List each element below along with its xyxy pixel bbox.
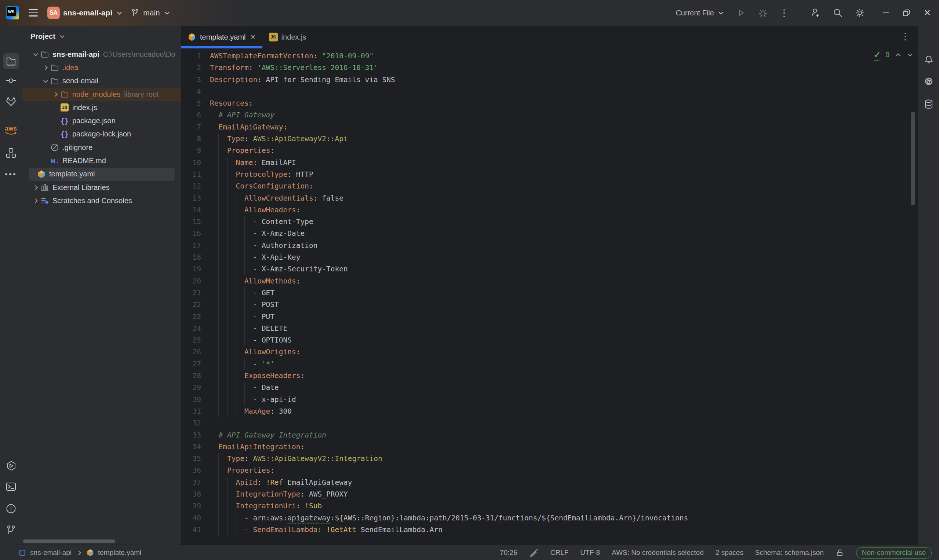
code-line[interactable]: - '*' [210,358,274,370]
chevron-right-icon[interactable] [32,197,39,204]
tree-item-gitignore[interactable]: .gitignore [22,141,181,154]
file-encoding[interactable]: UTF-8 [580,549,600,557]
branch-widget[interactable]: main [130,8,171,18]
code-line[interactable]: IntegrationType: AWS_PROXY [210,488,348,500]
code-line[interactable]: - PUT [210,311,274,323]
code-line[interactable]: EmailApiIntegration: [210,441,305,453]
code-line[interactable]: Name: EmailAPI [210,157,296,169]
horizontal-scrollbar[interactable] [23,540,115,543]
indent-setting[interactable]: 2 spaces [715,549,743,557]
commit-tool-button[interactable] [5,75,17,86]
tree-item-node-modules[interactable]: node_moduleslibrary root [22,88,181,101]
code-line[interactable]: Resources: [210,98,253,109]
code-line[interactable]: IntegrationUri: !Sub [210,500,322,512]
project-panel-header[interactable]: Project [22,26,181,47]
tree-item-sns-email-api[interactable]: sns-email-apiC:\Users\mucadoo\Do [22,48,181,61]
vertical-scrollbar[interactable] [911,112,915,205]
chevron-right-icon[interactable] [42,64,49,71]
code-line[interactable]: CorsConfiguration: [210,180,313,192]
code-line[interactable]: MaxAge: 300 [210,406,292,417]
code-line[interactable]: - SendEmailLambda: !GetAtt SendEmailLamb… [210,524,443,536]
code-line[interactable]: ApiId: !Ref EmailApiGateway [210,477,352,488]
line-separator[interactable]: CRLF [550,549,569,557]
code-line[interactable]: EmailApiGateway: [210,122,287,133]
chevron-right-icon[interactable] [52,91,59,98]
tree-item-send-email[interactable]: send-email [22,74,181,88]
code-line[interactable]: - Content-Type [210,216,313,228]
close-icon[interactable]: ✕ [250,33,256,41]
tree-item-package-json[interactable]: {}package.json [22,114,181,127]
lock-icon[interactable] [836,548,844,557]
tree-item-package-lock-json[interactable]: {}package-lock.json [22,128,181,141]
hamburger-menu-icon[interactable] [26,7,40,19]
caret-position[interactable]: 70:26 [500,549,517,557]
code-line[interactable]: AllowOrigins: [210,346,301,358]
debug-button[interactable] [757,7,768,18]
tree-item-index-js[interactable]: JSindex.js [22,101,181,114]
code-line[interactable]: - X-Api-Key [210,252,301,263]
code-line[interactable]: - x-api-id [210,394,296,406]
restore-button[interactable] [902,8,911,18]
code-line[interactable]: AWSTemplateFormatVersion: "2010-09-09" [210,50,373,62]
structure-tool-button[interactable] [5,147,17,159]
code-line[interactable]: Properties: [210,145,274,157]
aws-credentials[interactable]: AWS: No credentials selected [612,549,704,557]
code-line[interactable]: AllowHeaders: [210,204,301,216]
code-line[interactable]: - POST [210,299,279,311]
code-line[interactable]: AllowMethods: [210,275,301,287]
terminal-tool-button[interactable] [5,481,17,492]
code-line[interactable]: Transform: 'AWS::Serverless-2016-10-31' [210,62,378,74]
code-line[interactable]: AllowCredentials: false [210,192,344,204]
search-everywhere-icon[interactable] [832,7,843,18]
chevron-right-icon[interactable] [32,184,39,191]
highlighting-off-icon[interactable] [529,548,539,557]
code-with-me-icon[interactable] [810,7,821,18]
code-line[interactable]: Properties: [210,465,274,476]
code-line[interactable]: Type: AWS::ApiGatewayV2::Integration [210,453,382,465]
code-area[interactable]: 1AWSTemplateFormatVersion: "2010-09-09"2… [181,50,917,536]
database-icon[interactable] [923,98,934,110]
tree-item-template-yaml[interactable]: template.yaml [29,168,175,181]
tree-item-external-libraries[interactable]: External Libraries [22,181,181,194]
code-line[interactable]: - Date [210,382,279,394]
editor-options-icon[interactable]: ⋮ [900,31,910,42]
tab-template-yaml[interactable]: template.yaml ✕ [181,26,262,48]
version-control-tool-button[interactable] [5,525,17,536]
minimize-button[interactable] [883,12,889,14]
code-line[interactable]: Description: API for Sending Emails via … [210,74,395,86]
code-line[interactable]: - OPTIONS [210,334,292,346]
problems-tool-button[interactable] [5,503,17,514]
services-tool-button[interactable] [5,461,17,472]
more-tools-button[interactable]: ••• [5,170,17,178]
run-configuration-selector[interactable]: Current File [675,9,724,17]
tree-item-scratches-and-consoles[interactable]: Scratches and Consoles [22,194,181,207]
project-widget[interactable]: SA sns-email-api [47,6,123,19]
code-line[interactable]: Type: AWS::ApiGatewayV2::Api [210,133,348,145]
project-tool-button[interactable] [3,53,19,69]
tree-item-readme-md[interactable]: M↓README.md [22,154,181,167]
tab-index-js[interactable]: JS index.js [262,26,313,48]
code-line[interactable]: # API Gateway [210,109,274,121]
ai-assistant-icon[interactable] [923,76,934,87]
more-actions-icon[interactable]: ⋮ [779,8,789,18]
code-line[interactable]: - DELETE [210,323,287,334]
notifications-bell-icon[interactable] [923,53,934,64]
schema-selector[interactable]: Schema: schema.json [755,549,824,557]
settings-gear-icon[interactable] [854,7,865,18]
code-line[interactable]: - X-Amz-Security-Token [210,263,348,275]
code-line[interactable]: ExposeHeaders: [210,370,305,382]
breadcrumb-file[interactable]: template.yaml [98,549,141,557]
code-line[interactable]: - GET [210,287,274,299]
gitlab-tool-button[interactable] [5,96,17,108]
run-button[interactable] [735,7,746,18]
code-line[interactable]: - X-Amz-Date [210,228,305,240]
chevron-down-icon[interactable] [42,77,49,85]
close-button[interactable]: ✕ [924,8,931,18]
code-line[interactable]: ProtocolType: HTTP [210,169,313,180]
aws-toolkit-button[interactable]: aws [4,125,18,135]
chevron-down-icon[interactable] [32,51,39,58]
breadcrumb-project[interactable]: sns-email-api [30,549,72,557]
code-line[interactable]: - Authorization [210,240,318,252]
license-badge[interactable]: Non-commercial use [856,547,932,558]
tree-item-idea[interactable]: .idea [22,61,181,74]
